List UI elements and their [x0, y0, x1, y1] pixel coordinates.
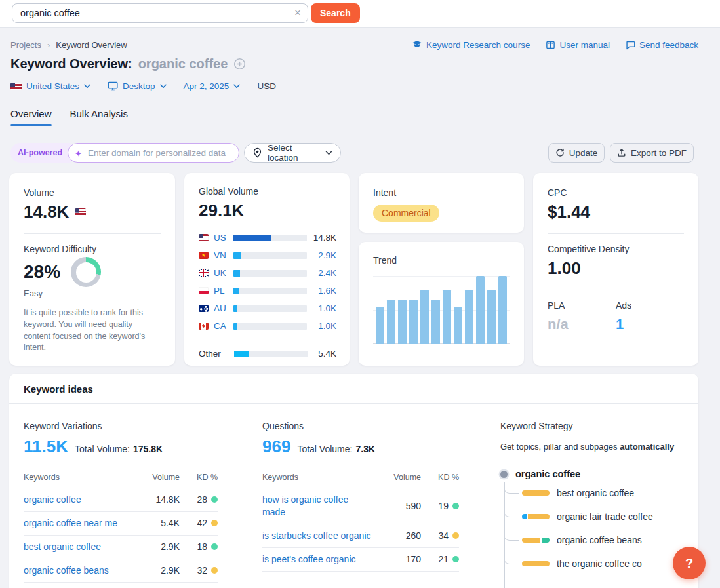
global-volume-other-row: Other 5.4K [199, 345, 336, 363]
update-button-label: Update [569, 148, 598, 158]
country-link[interactable]: AU [214, 304, 231, 313]
domain-input[interactable] [87, 147, 232, 159]
update-button[interactable]: Update [548, 143, 605, 163]
volume-cell: 14.8K [138, 494, 180, 505]
strategy-subtitle: Get topics, pillar and subpages automati… [500, 442, 690, 452]
keyword-link[interactable]: is starbucks coffee organic [262, 530, 379, 542]
trend-label: Trend [373, 255, 510, 265]
trend-bar [420, 290, 429, 344]
page-title: Keyword Overview: organic coffee [10, 56, 246, 71]
breadcrumb-current: Keyword Overview [56, 40, 127, 50]
device-filter-dropdown[interactable]: Desktop [108, 81, 167, 91]
topic-bar-icon [522, 538, 550, 543]
breadcrumb-projects[interactable]: Projects [10, 40, 41, 50]
export-pdf-button[interactable]: Export to PDF [610, 143, 694, 163]
chevron-down-icon [325, 151, 332, 155]
date-filter-label: Apr 2, 2025 [184, 81, 230, 91]
keyword-search-input[interactable] [12, 3, 308, 23]
ca-flag-icon [199, 323, 209, 330]
tree-connector-line [504, 530, 519, 541]
country-link[interactable]: US [214, 233, 231, 243]
keyword-link[interactable]: organic coffee [24, 494, 138, 506]
tree-connector-line [504, 507, 519, 517]
table-row: how is organic coffee made59019 [262, 488, 459, 524]
keyword-research-course-link[interactable]: Keyword Research course [412, 39, 530, 50]
country-link[interactable]: VN [214, 250, 231, 260]
strategy-root-node[interactable]: organic coffee [500, 469, 690, 479]
cpc-card: CPC $1.44 Competitive Density 1.00 PLA n… [533, 173, 698, 366]
root-node-dot-icon [500, 471, 508, 478]
keyword-link[interactable]: best organic coffee [24, 541, 138, 553]
country-volume-value: 2.9K [318, 250, 336, 260]
strategy-subtitle-text: Get topics, pillar and subpages [500, 442, 618, 452]
other-label: Other [199, 349, 234, 359]
tree-connector-line [504, 554, 519, 564]
clear-search-icon[interactable]: × [294, 6, 301, 20]
user-manual-link[interactable]: User manual [546, 40, 610, 50]
strategy-node[interactable]: organic coffee beans [522, 528, 690, 552]
kd-dot-icon [452, 503, 459, 509]
us-flag-icon [75, 208, 86, 216]
export-icon [617, 148, 626, 157]
topic-bar-icon [522, 490, 550, 496]
keyword-ideas-card: Keyword ideas Keyword Variations 11.5K T… [9, 374, 698, 588]
questions-count[interactable]: 969 [262, 437, 290, 457]
intent-badge: Commercial [373, 205, 439, 222]
volume-bar [234, 351, 308, 357]
global-volume-row: CA1.0K [199, 317, 336, 335]
country-filter-dropdown[interactable]: United States [10, 81, 90, 91]
keyword-strategy-section: Keyword Strategy Get topics, pillar and … [500, 404, 690, 576]
search-button[interactable]: Search [311, 3, 360, 23]
volume-bar [233, 323, 307, 330]
keyword-link[interactable]: organic coffee near me [24, 517, 138, 530]
refresh-icon [555, 148, 565, 157]
trend-bar [409, 300, 418, 344]
country-link[interactable]: PL [214, 286, 231, 296]
kd-cell: 19 [421, 501, 459, 511]
kd-cell: 42 [180, 518, 218, 528]
tab-overview[interactable]: Overview [10, 108, 52, 125]
questions-section: Questions 969 Total Volume: 7.3K Keyword… [262, 404, 459, 572]
column-header-volume: Volume [138, 473, 180, 482]
kd-cell: 32 [180, 565, 218, 576]
help-button[interactable]: ? [673, 547, 706, 579]
country-link[interactable]: CA [214, 321, 231, 331]
strategy-node-label: organic coffee beans [557, 535, 642, 545]
divider [548, 233, 684, 234]
trend-bar [465, 290, 473, 344]
strategy-node[interactable]: best organic coffee [522, 481, 690, 505]
competitive-density-label: Competitive Density [548, 244, 684, 254]
kd-description: It is quite possible to rank for this ke… [24, 307, 161, 354]
currency-value: USD [257, 81, 276, 91]
chevron-down-icon [233, 84, 240, 88]
other-value: 5.4K [318, 349, 336, 359]
divider [199, 340, 336, 340]
table-row: organic coffee near me5.4K42 [24, 512, 218, 536]
tab-bulk-analysis[interactable]: Bulk Analysis [70, 108, 128, 125]
kd-cell: 21 [421, 554, 459, 564]
kd-cell: 34 [421, 530, 459, 541]
trend-chart [373, 276, 510, 344]
variations-count[interactable]: 11.5K [24, 437, 68, 457]
kd-donut-chart [71, 257, 101, 287]
volume-bar [233, 288, 307, 294]
keyword-link[interactable]: how is organic coffee made [262, 494, 379, 519]
column-header-kd: KD % [421, 473, 459, 482]
competitive-density-value: 1.00 [548, 258, 684, 279]
keyword-search-field: × [12, 3, 308, 23]
strategy-root-label: organic coffee [515, 469, 580, 479]
country-link[interactable]: UK [214, 268, 231, 278]
location-select[interactable]: Select location [244, 143, 341, 163]
strategy-node[interactable]: organic fair trade coffee [522, 505, 690, 528]
strategy-node[interactable]: the organic coffee co [522, 552, 690, 576]
global-volume-row: UK2.4K [199, 264, 336, 282]
send-feedback-link[interactable]: Send feedback [626, 40, 698, 50]
keyword-link[interactable]: organic coffee beans [24, 564, 138, 577]
add-keyword-icon[interactable] [233, 58, 246, 70]
kd-dot-icon [452, 556, 459, 562]
keyword-link[interactable]: is peet's coffee organic [262, 553, 379, 566]
date-filter-dropdown[interactable]: Apr 2, 2025 [184, 81, 241, 91]
volume-bar [233, 235, 307, 241]
trend-card: Trend [359, 242, 524, 366]
ads-value[interactable]: 1 [616, 316, 684, 333]
